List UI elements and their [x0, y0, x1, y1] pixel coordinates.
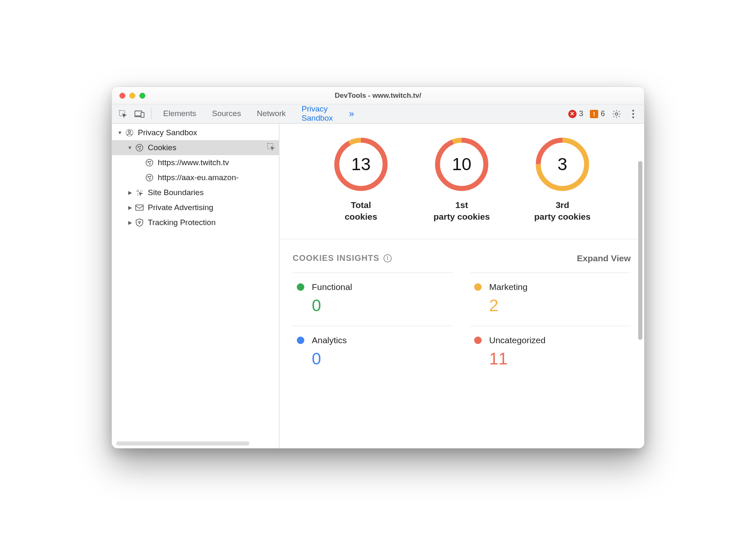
category-name: Analytics: [312, 335, 347, 345]
svg-point-20: [148, 176, 149, 177]
summary-ring: 3 3rdparty cookies: [525, 137, 600, 223]
insights-title: COOKIES INSIGHTS i: [293, 253, 392, 263]
insight-card[interactable]: Uncategorized 11: [470, 326, 631, 379]
sidebar-tree: ▼ Privacy Sandbox ▼ Cookies: [112, 124, 279, 230]
svg-rect-23: [136, 205, 143, 211]
device-toolbar-icon[interactable]: [132, 107, 147, 121]
svg-rect-3: [141, 112, 144, 117]
svg-point-19: [146, 174, 153, 181]
tree-item-tracking-protection[interactable]: ▶ Tracking Protection: [112, 215, 279, 230]
window-zoom-button[interactable]: [139, 93, 145, 99]
tree-label: https://aax-eu.amazon-: [158, 173, 276, 182]
svg-point-17: [150, 161, 151, 162]
errors-count: 3: [579, 109, 583, 118]
svg-point-24: [139, 221, 140, 223]
error-icon: ✕: [568, 110, 577, 118]
summary-ring: 10 1stparty cookies: [424, 137, 499, 223]
tree-label: Privacy Sandbox: [138, 128, 276, 137]
summary-ring: 13 Totalcookies: [323, 137, 398, 223]
svg-point-16: [148, 161, 149, 162]
ring-value: 13: [333, 137, 388, 192]
svg-point-12: [140, 146, 141, 147]
errors-badge[interactable]: ✕ 3: [566, 109, 586, 118]
tree-label: Tracking Protection: [148, 218, 276, 227]
sidebar: ▼ Privacy Sandbox ▼ Cookies: [112, 124, 279, 448]
cookie-icon: [144, 158, 154, 168]
category-count: 0: [297, 349, 449, 368]
insights-title-text: COOKIES INSIGHTS: [293, 253, 379, 263]
tree-item-cookies[interactable]: ▼ Cookies: [112, 140, 279, 155]
toolbar-divider: [151, 109, 152, 119]
devtools-window: DevTools - www.twitch.tv/ Elements Sourc…: [112, 87, 644, 448]
category-dot-icon: [474, 283, 482, 291]
titlebar: DevTools - www.twitch.tv/: [112, 87, 644, 104]
svg-point-22: [149, 178, 150, 179]
mail-icon: [134, 203, 144, 213]
insight-card[interactable]: Analytics 0: [293, 326, 453, 379]
tree-item-private-advertising[interactable]: ▶ Private Advertising: [112, 200, 279, 215]
svg-point-13: [139, 149, 140, 149]
svg-point-6: [632, 113, 634, 114]
window-close-button[interactable]: [119, 93, 125, 99]
category-dot-icon: [297, 337, 304, 344]
shield-icon: [134, 218, 144, 228]
tab-elements[interactable]: Elements: [156, 105, 204, 123]
cookies-insights-section: COOKIES INSIGHTS i Expand View Functiona…: [279, 239, 644, 387]
cookie-summary-rings: 13 Totalcookies 10 1stparty cookies 3: [279, 124, 644, 239]
warnings-badge[interactable]: ! 6: [587, 109, 607, 118]
category-count: 11: [474, 349, 627, 368]
caret-down-icon: ▼: [117, 130, 123, 136]
horizontal-scrollbar[interactable]: [116, 441, 249, 446]
caret-down-icon: ▼: [127, 145, 133, 151]
cookie-icon: [144, 173, 154, 183]
category-name: Uncategorized: [489, 335, 545, 345]
ring-chart: 13: [333, 137, 388, 192]
svg-point-21: [150, 176, 151, 177]
svg-point-9: [128, 131, 131, 133]
category-count: 0: [297, 296, 449, 315]
settings-button[interactable]: [609, 107, 624, 121]
tab-network[interactable]: Network: [249, 105, 293, 123]
main-content: 13 Totalcookies 10 1stparty cookies 3: [279, 124, 644, 448]
caret-right-icon: ▶: [127, 205, 133, 211]
tab-sources[interactable]: Sources: [204, 105, 249, 123]
category-dot-icon: [297, 283, 304, 291]
insight-card[interactable]: Functional 0: [293, 272, 453, 326]
info-icon[interactable]: i: [383, 254, 392, 263]
category-name: Marketing: [489, 282, 527, 292]
panel-body: ▼ Privacy Sandbox ▼ Cookies: [112, 124, 644, 448]
vertical-scrollbar[interactable]: [638, 161, 642, 340]
expand-view-button[interactable]: Expand View: [577, 253, 631, 263]
insight-card[interactable]: Marketing 2: [470, 272, 631, 326]
svg-point-18: [149, 163, 150, 164]
warnings-count: 6: [601, 109, 605, 118]
ring-chart: 10: [434, 137, 489, 192]
ring-value: 3: [535, 137, 590, 192]
ring-label: 1stparty cookies: [433, 199, 490, 223]
insight-cards: Functional 0 Marketing 2 Analytics 0 Unc…: [293, 272, 631, 379]
tree-item-frame[interactable]: https://aax-eu.amazon-: [112, 170, 279, 185]
tree-label: Private Advertising: [148, 203, 276, 212]
ring-label: Totalcookies: [345, 199, 377, 223]
window-title: DevTools - www.twitch.tv/: [112, 92, 644, 100]
cookie-icon: [134, 143, 144, 153]
privacy-sandbox-icon: [124, 128, 134, 138]
caret-right-icon: ▶: [127, 220, 133, 225]
svg-point-15: [146, 159, 153, 166]
tree-item-site-boundaries[interactable]: ▶ Site Boundaries: [112, 185, 279, 200]
warning-icon: !: [590, 110, 598, 118]
svg-point-5: [632, 109, 634, 111]
tree-item-frame[interactable]: https://www.twitch.tv: [112, 155, 279, 170]
window-minimize-button[interactable]: [129, 93, 135, 99]
category-dot-icon: [474, 337, 482, 344]
ring-value: 10: [434, 137, 489, 192]
svg-point-4: [615, 113, 618, 115]
ring-chart: 3: [535, 137, 590, 192]
more-options-button[interactable]: [626, 107, 641, 121]
inspect-selection-icon[interactable]: [266, 142, 276, 154]
tree-item-privacy-sandbox[interactable]: ▼ Privacy Sandbox: [112, 125, 279, 140]
more-tabs-button[interactable]: »: [344, 109, 359, 119]
category-count: 2: [474, 296, 627, 315]
tree-label: Cookies: [148, 143, 266, 152]
inspect-element-icon[interactable]: [115, 107, 130, 121]
